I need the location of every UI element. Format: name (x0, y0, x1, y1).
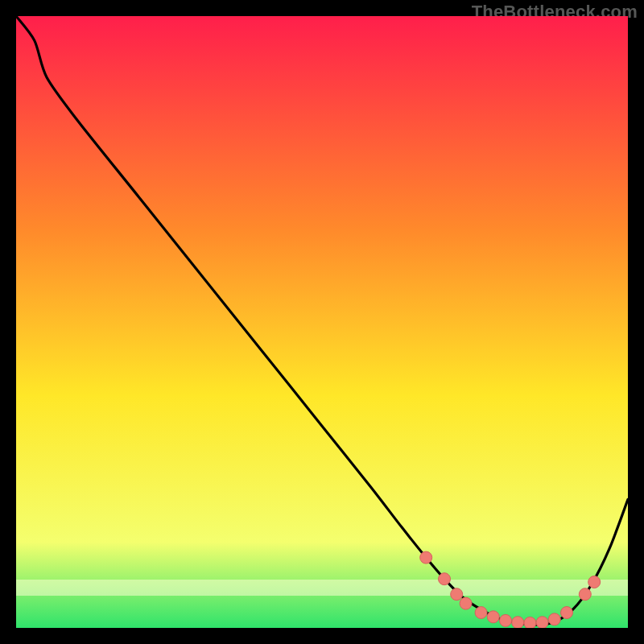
curve-marker (460, 597, 472, 609)
curve-marker (536, 617, 548, 628)
curve-marker (548, 613, 560, 625)
curve-marker (561, 607, 573, 619)
curve-marker (420, 551, 432, 564)
gradient-background (16, 16, 628, 628)
highlight-band (16, 580, 628, 596)
chart-plot (16, 16, 628, 628)
chart-frame: TheBottleneck.com (0, 0, 644, 644)
curve-marker (487, 611, 499, 623)
curve-marker (512, 617, 524, 628)
curve-marker (439, 573, 451, 585)
curve-marker (579, 588, 591, 601)
curve-marker (475, 607, 487, 619)
curve-marker (451, 588, 463, 601)
curve-marker (588, 576, 601, 588)
curve-marker (500, 614, 512, 626)
curve-marker (524, 617, 536, 628)
